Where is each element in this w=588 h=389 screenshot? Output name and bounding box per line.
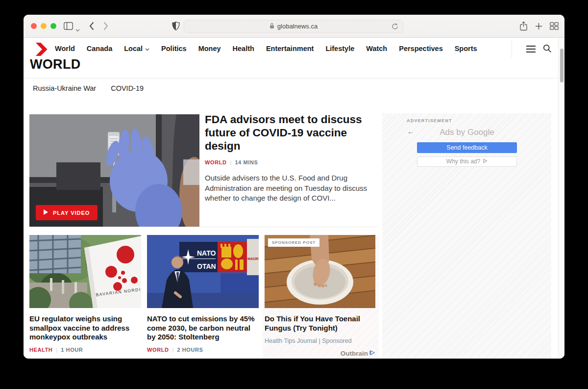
web-page: World Canada Local Politics Money Health… [24,38,564,359]
privacy-shield-icon[interactable] [172,21,180,33]
hero-story: FDA advisors meet to discuss future of C… [205,113,379,204]
sidebar-chevron-down-icon[interactable] [75,25,80,34]
otan-logo-text: OTAN [197,262,216,270]
lock-icon [270,22,274,31]
card-timestamp: 2 HOURS [177,347,203,353]
hero-excerpt: Outside advisers to the U.S. Food and Dr… [205,173,379,204]
main-navigation: World Canada Local Politics Money Health… [55,45,477,52]
hero-category[interactable]: WORLD [205,159,227,165]
subnav-russia-ukraine-war[interactable]: Russia-Ukraine War [33,84,96,92]
chevron-down-icon [145,45,149,52]
nav-item-watch[interactable]: Watch [366,45,387,52]
close-window-button[interactable] [31,23,37,29]
header-divider [512,40,512,58]
adchoices-icon [483,157,488,166]
hero-video-thumbnail[interactable]: PLAY VIDEO [29,114,199,227]
article-card-monkeypox[interactable]: BAVARIAN NORDIC EU regulator weighs usin… [29,235,141,359]
outbrain-attribution[interactable]: Outbrain [341,350,375,359]
nav-item-entertainment[interactable]: Entertainment [266,45,314,52]
sponsored-headline[interactable]: Do This if You Have Toenail Fungus (Try … [265,314,375,333]
sponsored-post-badge: SPONSORED POST [268,238,319,247]
url-text: globalnews.ca [277,23,318,30]
browser-toolbar: globalnews.ca [24,15,564,38]
new-tab-icon[interactable] [535,23,542,32]
nav-item-politics[interactable]: Politics [161,45,187,52]
section-rule [29,227,377,227]
back-button-icon[interactable] [89,21,94,33]
address-bar[interactable]: globalnews.ca [184,20,403,33]
madrid-banner-text: MADRID [247,257,259,261]
sponsored-source: Health Tips Journal | Sponsored [265,337,375,344]
search-icon[interactable] [543,44,552,55]
page-title: WORLD [30,57,80,72]
subnav-covid-19[interactable]: COVID-19 [111,84,144,92]
topic-subnav: Russia-Ukraine War COVID-19 [33,84,144,92]
hero-timestamp: 14 MINS [235,159,258,165]
card-headline[interactable]: EU regulator weighs using smallpox vacci… [29,314,141,342]
reload-icon[interactable] [392,23,398,32]
minimize-window-button[interactable] [41,23,47,29]
send-feedback-button[interactable]: Send feedback [417,142,517,153]
card-category[interactable]: WORLD [147,347,169,353]
advertisement-region: ADVERTISEMENT ← Ads by Google Send feedb… [382,113,551,359]
advertisement-label: ADVERTISEMENT [407,118,452,123]
menu-hamburger-icon[interactable] [526,46,536,54]
sidebar-toggle-icon[interactable] [64,22,73,32]
ads-by-google-widget: Ads by Google Send feedback Why this ad? [417,128,517,167]
card-timestamp: 1 HOUR [61,347,83,353]
nav-item-money[interactable]: Money [198,45,221,52]
share-icon[interactable] [520,21,527,33]
card-category[interactable]: HEALTH [29,347,52,353]
global-news-logo[interactable] [34,43,48,58]
scrollbar-thumb[interactable] [560,49,564,82]
card-image-nato-summit: NATO OTAN MADRID [147,235,259,308]
nav-item-world[interactable]: World [55,45,75,52]
hero-headline[interactable]: FDA advisors meet to discuss future of C… [205,113,379,153]
adchoices-icon[interactable] [369,350,375,357]
ad-back-arrow[interactable]: ← [407,128,414,135]
card-headline[interactable]: NATO to cut emissions by 45% come 2030, … [147,314,259,342]
card-image-foot-basin: SPONSORED POST [265,235,375,308]
article-card-nato[interactable]: NATO OTAN MADRID [147,235,259,359]
nav-item-sports[interactable]: Sports [455,45,477,52]
card-image-bavarian-nordic: BAVARIAN NORDIC [29,235,141,308]
header-rule [24,78,564,78]
nav-item-canada[interactable]: Canada [87,45,112,52]
tab-overview-icon[interactable] [550,22,559,32]
ads-by-google-title: Ads by Google [417,128,517,137]
page-scrollbar[interactable] [558,38,564,359]
sponsored-card-toenail[interactable]: SPONSORED POST Do This if You Have Toena… [263,235,379,359]
browser-window: globalnews.ca World Canada Local Politic… [24,15,564,359]
nav-item-perspectives[interactable]: Perspectives [399,45,442,52]
why-this-ad-button[interactable]: Why this ad? [417,156,517,167]
play-icon [44,209,48,216]
nav-item-local[interactable]: Local [124,45,149,52]
nato-logo-text: NATO [197,249,216,257]
nav-item-health[interactable]: Health [233,45,254,52]
forward-button-icon[interactable] [103,21,109,33]
maximize-window-button[interactable] [50,23,56,29]
nav-item-lifestyle[interactable]: Lifestyle [325,45,354,52]
play-video-button[interactable]: PLAY VIDEO [36,205,98,220]
